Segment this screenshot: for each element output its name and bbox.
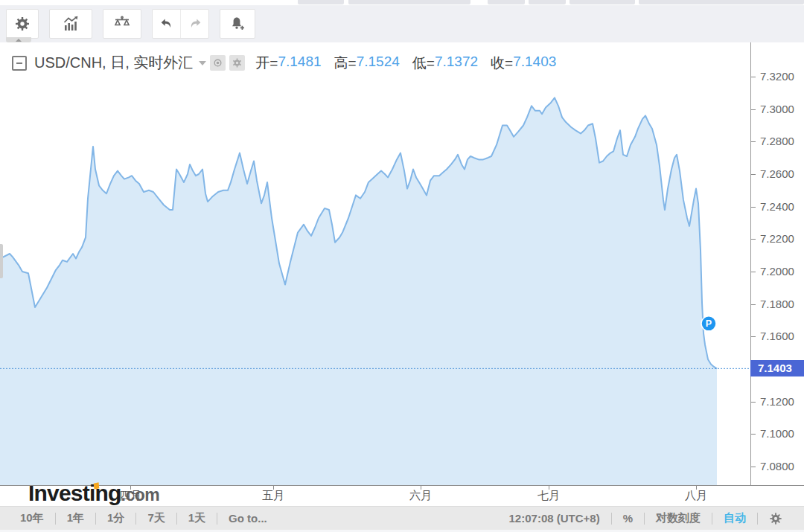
chart-indicators-icon (61, 15, 80, 33)
price-tick-label: 7.2600 (760, 167, 794, 180)
compare-button[interactable] (103, 9, 141, 39)
price-tick-label: 7.1800 (760, 298, 794, 310)
indicators-button[interactable] (49, 9, 92, 39)
clock[interactable]: 12:07:08 (UTC+8) (498, 512, 611, 525)
price-tick (751, 239, 756, 240)
price-tick-label: 7.3000 (760, 103, 794, 115)
percent-scale-button[interactable]: % (612, 512, 644, 525)
price-tick (751, 467, 756, 467)
price-tick (751, 174, 756, 175)
price-tick (751, 402, 756, 403)
price-tick-label: 7.2000 (760, 265, 794, 278)
undo-redo-group (152, 9, 209, 39)
price-tick-label: 7.2200 (760, 232, 794, 245)
browser-strip-segment (348, 0, 470, 4)
browser-strip-segment (570, 0, 635, 4)
price-tick (751, 336, 756, 337)
investing-logo-text: Investing (28, 481, 121, 506)
browser-strip-segment (488, 0, 525, 4)
range-button-6[interactable]: Go to... (217, 512, 278, 525)
browser-strip (0, 0, 804, 5)
chart-area[interactable]: P USD/CNH, 日, 实时外汇 (0, 42, 804, 485)
ohlc-item: 高=7.1524 (334, 54, 400, 73)
ohlc-item: 收=7.1403 (491, 54, 556, 73)
price-tick-label: 7.1000 (760, 427, 794, 440)
price-tick (751, 272, 756, 272)
scales-icon (112, 15, 132, 33)
series-title[interactable]: USD/CNH, 日, 实时外汇 (34, 53, 193, 73)
auto-scale-button[interactable]: 自动 (712, 511, 757, 525)
ohlc-value: 7.1524 (357, 54, 400, 73)
series-settings-button[interactable] (229, 55, 245, 71)
price-tick (751, 141, 756, 142)
undo-arrow-icon (159, 16, 175, 32)
price-tick-label: 7.2400 (760, 200, 794, 213)
ohlc-value: 7.1372 (435, 54, 478, 73)
log-scale-button[interactable]: 对数刻度 (645, 511, 712, 525)
price-tick (751, 109, 756, 110)
gear-icon (769, 512, 782, 525)
price-tick-label: 7.0800 (760, 460, 794, 472)
chart-toolbar (0, 5, 804, 42)
price-tick (751, 77, 756, 77)
range-buttons: 10年1年1分7天1天Go to... (9, 511, 278, 525)
price-axis[interactable]: 7.32007.30007.28007.26007.24007.22007.20… (750, 42, 804, 485)
price-series-plot: P (0, 42, 753, 485)
ohlc-item: 开=7.1481 (255, 54, 321, 73)
visibility-icon (212, 57, 223, 68)
range-button-4[interactable]: 7天 (136, 511, 176, 525)
plugin-marker-letter: P (706, 318, 712, 329)
browser-strip-segment (639, 0, 804, 4)
time-tick-label: 七月 (537, 489, 560, 503)
price-tick-label: 7.2800 (760, 135, 794, 147)
toolbar-collapse-tab[interactable] (6, 37, 31, 42)
time-tick-label: 八月 (685, 489, 707, 503)
bell-plus-icon (228, 15, 247, 33)
series-settings-gear-icon (232, 57, 243, 68)
price-tick (751, 434, 756, 435)
ohlc-value: 7.1403 (513, 54, 556, 73)
ohlc-label: 收= (491, 54, 513, 73)
investing-logo-suffix: .com (121, 485, 160, 505)
undo-button[interactable] (153, 10, 180, 38)
investing-watermark: Investing.com (28, 481, 159, 506)
add-alert-button[interactable] (220, 9, 255, 39)
price-tick-label: 7.1600 (760, 330, 794, 342)
price-tick (751, 304, 756, 305)
range-button-3[interactable]: 1分 (96, 511, 135, 525)
price-tick-label: 7.3200 (760, 70, 794, 83)
investing-logo-orange-dot (94, 482, 100, 490)
price-tick-label: 7.1200 (760, 395, 794, 408)
ohlc-readout: 开=7.1481高=7.1524低=7.1372收=7.1403 (255, 54, 556, 73)
time-tick-label: 六月 (409, 489, 432, 503)
chart-settings-button[interactable] (6, 9, 39, 39)
ohlc-value: 7.1481 (278, 54, 321, 73)
redo-button[interactable] (180, 10, 208, 38)
gear-icon (13, 15, 31, 33)
ohlc-label: 开= (255, 54, 278, 73)
time-tick-label: 五月 (262, 489, 284, 503)
bottom-toolbar: 10年1年1分7天1天Go to... 12:07:08 (UTC+8) % 对… (0, 506, 804, 530)
browser-strip-segment (298, 0, 344, 4)
axis-settings-button[interactable] (758, 512, 794, 525)
series-legend: USD/CNH, 日, 实时外汇 (12, 53, 556, 73)
drawing-toolbar-handle[interactable] (0, 244, 3, 278)
series-visibility-button[interactable] (210, 55, 226, 71)
ohlc-label: 低= (412, 54, 435, 73)
range-button-1[interactable]: 10年 (9, 511, 55, 525)
minus-box-icon[interactable] (12, 56, 27, 71)
chevron-up-icon (16, 39, 22, 42)
bottom-toolbar-right: 12:07:08 (UTC+8) % 对数刻度 自动 (498, 511, 794, 525)
redo-arrow-icon (187, 16, 203, 32)
ohlc-item: 低=7.1372 (412, 54, 478, 73)
range-button-5[interactable]: 1天 (177, 511, 217, 525)
ohlc-label: 高= (334, 54, 357, 73)
range-button-2[interactable]: 1年 (56, 511, 95, 525)
browser-strip-segment (529, 0, 566, 4)
last-price-label: 7.1403 (750, 360, 804, 376)
price-tick (751, 207, 756, 208)
caret-down-icon[interactable] (199, 61, 206, 65)
